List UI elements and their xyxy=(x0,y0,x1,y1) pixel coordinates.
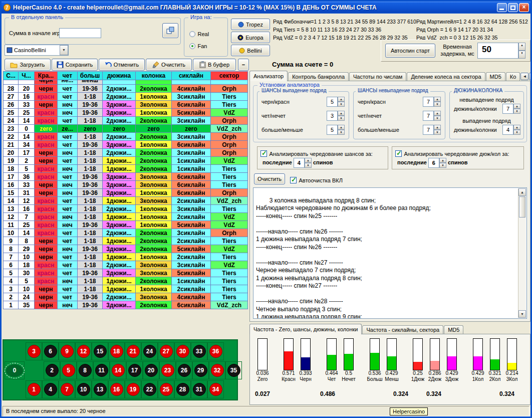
radio-real[interactable]: Real xyxy=(189,29,209,38)
table-row[interactable]: 135черннеч19-363дюжи...2колонка6сиклайнV… xyxy=(4,301,248,309)
table-row[interactable]: 1412краснчет1-181дюжи...3колонка2сиклайн… xyxy=(4,197,248,205)
tab-analyzer-1[interactable]: Контроль банкролла xyxy=(288,72,349,81)
table-row[interactable]: 45красннеч1-181дюжи...2колонка1сиклайнTi… xyxy=(4,277,248,285)
board-number-25[interactable]: 25 xyxy=(160,383,173,396)
spin-up-icon[interactable]: ▲ xyxy=(439,158,446,163)
table-row[interactable]: 829черннеч19-363дюжи...2колонка5сиклайнV… xyxy=(4,245,248,253)
table-row[interactable]: 310чернчет1-181дюжи...1колонка2сиклайнTi… xyxy=(4,285,248,293)
table-row[interactable]: 185красннеч1-181дюжи...2колонка1сиклайнT… xyxy=(4,165,248,173)
table-row[interactable]: 1736краснчет19-363дюжи...3колонка6сиклай… xyxy=(4,173,248,181)
table-row[interactable]: 2414краснчет1-182дюжи...2колонка3сиклайн… xyxy=(4,117,248,125)
combo-dropdown[interactable]: ▼ xyxy=(60,45,68,55)
appear-highlow-spinedit[interactable]: 5▲▼ xyxy=(327,125,345,135)
board-number-28[interactable]: 28 xyxy=(176,383,189,396)
spin-up-icon[interactable]: ▲ xyxy=(305,158,312,163)
spin-up-icon[interactable]: ▲ xyxy=(434,97,441,102)
spin-up-icon[interactable]: ▲ xyxy=(434,111,441,116)
board-number-15[interactable]: 15 xyxy=(94,345,107,358)
table-row[interactable]: 2633черннеч19-363дюжи...3колонка6сиклайн… xyxy=(4,101,248,109)
minimize-button[interactable] xyxy=(497,3,507,12)
absent-evenodd-spinedit[interactable]: 7▲▼ xyxy=(423,111,441,121)
table-partial-row[interactable]: чернне...менш xyxy=(4,80,248,85)
table-row[interactable]: 1125красннеч19-363дюжи...1колонка5сиклай… xyxy=(4,221,248,229)
start-sum-input[interactable] xyxy=(59,28,101,38)
board-number-1[interactable]: 1 xyxy=(28,383,41,396)
board-number-35[interactable]: 35 xyxy=(227,364,240,377)
board-number-20[interactable]: 20 xyxy=(145,364,158,377)
board-number-12[interactable]: 12 xyxy=(77,345,90,358)
board-number-13[interactable]: 13 xyxy=(94,383,107,396)
table-row[interactable]: 2716краснчет1-182дюжи...1колонка3сиклайн… xyxy=(4,93,248,101)
board-number-9[interactable]: 9 xyxy=(61,345,74,358)
radio-fan[interactable]: Fan xyxy=(189,41,207,50)
spin-up-icon[interactable]: ▲ xyxy=(513,125,520,130)
table-row[interactable]: 1633черннеч19-363дюжи...3колонка6сиклайн… xyxy=(4,181,248,189)
tab-chart-2[interactable]: MD5 xyxy=(444,325,463,334)
table-row[interactable]: 2525красннеч19-363дюжи...1колонка5сиклай… xyxy=(4,109,248,117)
board-number-21[interactable]: 21 xyxy=(127,345,140,358)
column-header-5[interactable]: дюжина xyxy=(103,72,136,80)
board-number-17[interactable]: 17 xyxy=(128,364,141,377)
scroll-down-icon[interactable]: ▼ xyxy=(518,310,526,318)
column-header-6[interactable]: колонка xyxy=(136,72,172,80)
board-number-29[interactable]: 29 xyxy=(194,364,207,377)
spin-down-icon[interactable]: ▼ xyxy=(305,163,312,168)
alt-chances-spinedit[interactable]: 4▲▼ xyxy=(294,158,312,168)
tab-chart-1[interactable]: Частота - сиклайны, сектора xyxy=(362,325,443,334)
board-number-8[interactable]: 8 xyxy=(79,364,92,377)
board-number-6[interactable]: 6 xyxy=(44,345,57,358)
tab-analyzer-4[interactable]: MD5 xyxy=(486,72,505,81)
board-number-33[interactable]: 33 xyxy=(193,345,206,358)
clear-table-button[interactable]: Очистить xyxy=(146,59,192,71)
dozen-absent-spinedit[interactable]: 7▲▼ xyxy=(502,104,520,114)
spin-up-icon[interactable]: ▲ xyxy=(434,125,441,130)
table-row[interactable]: 127красннеч1-181дюжи...1колонка2сиклайнV… xyxy=(4,213,248,221)
undo-button[interactable]: Отменить xyxy=(99,59,145,71)
column-header-8[interactable]: сектор xyxy=(211,72,248,80)
spin-down-icon[interactable]: ▼ xyxy=(434,102,441,107)
tab-analyzer-2[interactable]: Частоты по числам xyxy=(349,72,406,81)
board-number-36[interactable]: 36 xyxy=(209,345,222,358)
scroll-up-icon[interactable]: ▲ xyxy=(518,188,526,196)
column-header-1[interactable]: Ч... xyxy=(19,72,35,80)
table-row[interactable]: 1531черннеч19-363дюжи...1колонка6сиклайн… xyxy=(4,189,248,197)
spin-down-icon[interactable]: ▼ xyxy=(338,130,345,135)
table-row[interactable]: 2134краснчет19-363дюжи...1колонка6сиклай… xyxy=(4,141,248,149)
board-number-27[interactable]: 27 xyxy=(160,345,173,358)
appear-evenodd-spinedit[interactable]: 3▲▼ xyxy=(327,111,345,121)
tab-chart-0[interactable]: Частота - Zero, шансы, дюжины, колонки xyxy=(249,324,362,334)
table-row[interactable]: 2214краснчет1-182дюжи...2колонка3сиклайн… xyxy=(4,133,248,141)
table-row[interactable]: 618краснчет1-182дюжи...3колонка3сиклайнV… xyxy=(4,261,248,269)
tab-analyzer-5[interactable]: Ко xyxy=(506,72,520,81)
board-number-24[interactable]: 24 xyxy=(143,345,156,358)
board-number-26[interactable]: 26 xyxy=(178,364,191,377)
casino-combobox[interactable]: CasinoBellini ▼ xyxy=(5,45,69,56)
alt-dozens-checkbox[interactable]: Анализировать чередование дюж/кол за: xyxy=(395,149,509,158)
absent-highlow-spinedit[interactable]: 7▲▼ xyxy=(423,125,441,135)
spin-up-icon[interactable]: ▲ xyxy=(338,125,345,130)
table-row[interactable]: 710чернчет1-181дюжи...1колонка2сиклайнTi… xyxy=(4,253,248,261)
column-header-3[interactable]: чет xyxy=(58,72,78,80)
spin-down-icon[interactable]: ▼ xyxy=(338,116,345,121)
delay-input[interactable]: 50 xyxy=(477,43,518,59)
board-number-11[interactable]: 11 xyxy=(95,364,108,377)
board-number-31[interactable]: 31 xyxy=(193,383,206,396)
maximize-button[interactable] xyxy=(508,3,518,12)
spin-down-icon[interactable]: ▼ xyxy=(434,116,441,121)
spin-down-icon[interactable]: ▼ xyxy=(338,102,345,107)
board-number-18[interactable]: 18 xyxy=(110,345,123,358)
spin-up-icon[interactable]: ▲ xyxy=(338,111,345,116)
board-number-30[interactable]: 30 xyxy=(176,345,189,358)
collapse-button[interactable]: − xyxy=(238,59,249,71)
tab-scroll-right-icon[interactable]: ► xyxy=(529,73,532,80)
tab-scroll-left-icon[interactable]: ◄ xyxy=(520,73,528,80)
column-header-7[interactable]: сиклайн xyxy=(172,72,211,80)
scroll-thumb[interactable] xyxy=(519,196,525,218)
spin-down-icon[interactable]: ▼ xyxy=(434,130,441,135)
board-number-2[interactable]: 2 xyxy=(46,364,59,377)
casino-bellini-button[interactable]: Bellini xyxy=(231,45,270,56)
clear-log-button[interactable]: Очистить xyxy=(254,173,285,184)
spin-up-icon[interactable]: ▲ xyxy=(338,97,345,102)
board-number-16[interactable]: 16 xyxy=(110,383,123,396)
autospin-start-button[interactable]: Автоспин старт xyxy=(385,44,435,58)
